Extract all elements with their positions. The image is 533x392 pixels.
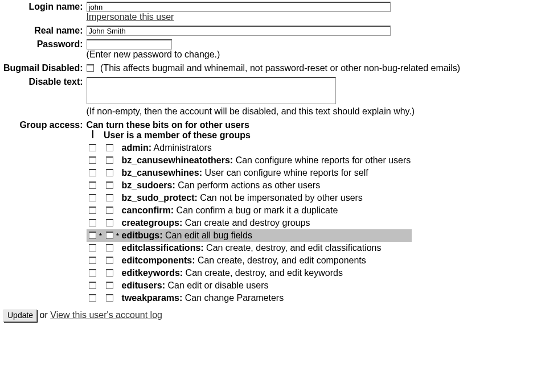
group-member-star: [116, 242, 121, 254]
group-member-star: [116, 254, 121, 267]
group-member-checkbox[interactable]: [106, 219, 113, 226]
group-row: editclassifications: Can create, destroy…: [87, 242, 412, 254]
group-member-star: *: [116, 229, 121, 242]
group-bless-checkbox[interactable]: [89, 169, 96, 176]
group-bless-checkbox[interactable]: [89, 181, 96, 189]
group-name: editbugs:: [122, 230, 163, 240]
group-bless-star: [99, 217, 104, 229]
disabletext-textarea[interactable]: [87, 77, 336, 104]
realname-label: Real name:: [0, 24, 87, 38]
group-row: editkeywords: Can create, destroy, and e…: [87, 267, 412, 279]
group-member-star: [116, 154, 121, 167]
group-bless-checkbox[interactable]: [89, 144, 96, 151]
group-desc: Can edit or disable users: [165, 280, 268, 290]
impersonate-link[interactable]: Impersonate this user: [87, 12, 174, 22]
group-member-star: [116, 292, 121, 304]
group-row: tweakparams: Can change Parameters: [87, 292, 412, 304]
group-name: admin:: [122, 143, 151, 152]
login-input[interactable]: [87, 2, 391, 12]
group-header-bless: Can turn these bits on for other users: [87, 120, 249, 130]
group-desc: Can edit all bug fields: [163, 230, 252, 240]
group-bless-star: [99, 279, 104, 292]
group-member-checkbox[interactable]: [106, 156, 113, 164]
group-desc: Can not be impersonated by other users: [198, 193, 363, 203]
footer-or: or: [40, 310, 51, 320]
group-row: **editbugs: Can edit all bug fields: [87, 229, 412, 242]
group-row: editcomponents: Can create, destroy, and…: [87, 254, 412, 267]
password-input[interactable]: [87, 39, 172, 49]
group-desc-cell: bz_sudoers: Can perform actions as other…: [121, 179, 412, 192]
login-label: Login name:: [0, 0, 87, 24]
group-bless-star: [99, 292, 104, 304]
password-label: Password:: [0, 38, 87, 61]
group-bless-star: [99, 254, 104, 267]
group-name: bz_canusewhines:: [122, 168, 202, 178]
group-desc-cell: bz_sudo_protect: Can not be impersonated…: [121, 192, 412, 204]
group-row: bz_sudoers: Can perform actions as other…: [87, 179, 412, 192]
group-bless-star: [99, 267, 104, 279]
update-button[interactable]: Update: [3, 310, 37, 322]
group-member-star: [116, 192, 121, 204]
group-member-checkbox[interactable]: [106, 194, 113, 201]
group-name: editcomponents:: [122, 255, 195, 265]
group-name: creategroups:: [122, 218, 183, 228]
group-desc-cell: tweakparams: Can change Parameters: [121, 292, 412, 304]
group-member-checkbox[interactable]: [106, 232, 113, 239]
group-name: editkeywords:: [122, 268, 183, 278]
group-bless-star: [99, 242, 104, 254]
group-bless-checkbox[interactable]: [89, 244, 96, 251]
group-desc-cell: editcomponents: Can create, destroy, and…: [121, 254, 412, 267]
group-member-checkbox[interactable]: [106, 257, 113, 264]
group-bless-star: [99, 179, 104, 192]
bugmail-hint: (This affects bugmail and whinemail, not…: [100, 63, 460, 73]
account-log-link[interactable]: View this user's account log: [50, 310, 162, 320]
group-table: admin: Administratorsbz_canusewhineatoth…: [87, 142, 412, 304]
group-desc-cell: editbugs: Can edit all bug fields: [121, 229, 412, 242]
group-member-checkbox[interactable]: [106, 181, 113, 189]
header-connector-icon: [92, 130, 93, 138]
bugmail-label: Bugmail Disabled:: [0, 61, 87, 75]
group-row: admin: Administrators: [87, 142, 412, 154]
group-member-checkbox[interactable]: [106, 269, 113, 277]
group-bless-checkbox[interactable]: [89, 194, 96, 201]
group-bless-star: [99, 154, 104, 167]
group-member-star: [116, 217, 121, 229]
group-desc-cell: bz_canusewhines: User can configure whin…: [121, 167, 412, 179]
group-bless-checkbox[interactable]: [89, 232, 96, 239]
group-desc: Can create and destroy groups: [182, 218, 310, 228]
group-row: canconfirm: Can confirm a bug or mark it…: [87, 204, 412, 217]
group-bless-checkbox[interactable]: [89, 294, 96, 302]
group-member-star: [116, 167, 121, 179]
group-bless-checkbox[interactable]: [89, 207, 96, 214]
group-desc: Can create, destroy, and edit keywords: [183, 268, 343, 278]
group-desc: Can create, destroy, and edit classifica…: [204, 243, 382, 253]
group-header-member: User is a member of these groups: [96, 130, 251, 140]
group-member-checkbox[interactable]: [106, 169, 113, 176]
group-row: bz_canusewhines: User can configure whin…: [87, 167, 412, 179]
group-bless-checkbox[interactable]: [89, 156, 96, 164]
group-name: editusers:: [122, 280, 165, 290]
group-desc: Can confirm a bug or mark it a duplicate: [174, 205, 338, 215]
group-bless-star: *: [99, 229, 104, 242]
group-member-checkbox[interactable]: [106, 207, 113, 214]
group-desc-cell: editclassifications: Can create, destroy…: [121, 242, 412, 254]
group-desc: Can create, destroy, and edit components: [195, 255, 366, 265]
group-bless-checkbox[interactable]: [89, 269, 96, 277]
group-bless-star: [99, 142, 104, 154]
bugmail-checkbox[interactable]: [87, 64, 94, 72]
group-bless-star: [99, 192, 104, 204]
realname-input[interactable]: [87, 26, 391, 36]
group-member-checkbox[interactable]: [106, 294, 113, 302]
group-member-checkbox[interactable]: [106, 282, 113, 289]
group-member-checkbox[interactable]: [106, 244, 113, 251]
group-name: tweakparams:: [122, 293, 183, 303]
group-bless-checkbox[interactable]: [89, 257, 96, 264]
password-hint: (Enter new password to change.): [87, 49, 220, 59]
group-desc-cell: creategroups: Can create and destroy gro…: [121, 217, 412, 229]
group-member-star: [116, 267, 121, 279]
group-row: creategroups: Can create and destroy gro…: [87, 217, 412, 229]
group-member-checkbox[interactable]: [106, 144, 113, 151]
group-bless-checkbox[interactable]: [89, 282, 96, 289]
group-bless-checkbox[interactable]: [89, 219, 96, 226]
group-bless-star: [99, 167, 104, 179]
